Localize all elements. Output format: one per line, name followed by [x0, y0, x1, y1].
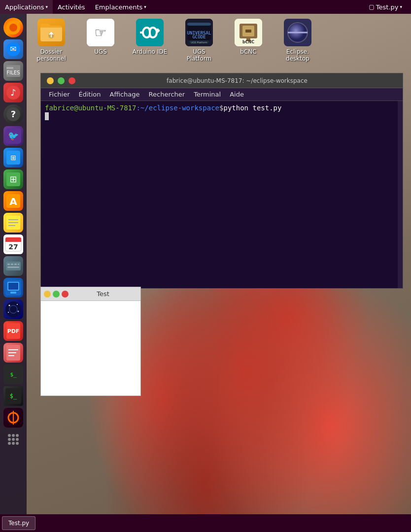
desktop-icon-eclipse[interactable]: Eclipse.desktop: [278, 19, 317, 63]
test-maximize-button[interactable]: [53, 291, 60, 298]
eclipse-icon: [284, 19, 311, 46]
terminal-prompt-symbol: $: [219, 104, 223, 112]
terminal-bottom-icon: $_: [4, 387, 22, 405]
svg-text:🐦: 🐦: [8, 131, 19, 141]
writer-icon: [4, 344, 22, 362]
svg-rect-27: [6, 262, 21, 270]
menu-activities[interactable]: Activités: [53, 0, 90, 14]
sidebar-icon-files[interactable]: FILES: [3, 61, 23, 81]
bcnc-label: bCNC: [240, 48, 256, 55]
svg-point-58: [12, 438, 15, 441]
top-panel-right: ▢ Test.py ▾: [364, 0, 411, 14]
svg-text:A: A: [9, 196, 17, 207]
svg-text:⊞: ⊞: [10, 154, 16, 162]
sidebar-icon-bottom[interactable]: [3, 408, 23, 428]
ugs-icon: ☞: [87, 19, 114, 46]
svg-text:$_: $_: [10, 393, 17, 399]
sidebar-icon-sticky-notes[interactable]: [3, 213, 23, 233]
bottom-app-icon: [4, 409, 22, 427]
ugs-icon-box: ☞: [87, 19, 114, 46]
terminal-scrollbar[interactable]: [398, 101, 403, 288]
files-icon: FILES: [4, 62, 22, 80]
sidebar-icon-thunderbird[interactable]: ✉: [3, 39, 23, 59]
terminal-menu-aide[interactable]: Aide: [226, 90, 248, 99]
taskbar-item-testpy[interactable]: Test.py: [2, 516, 35, 530]
folder-icon: [37, 19, 65, 46]
pdf-icon: PDF: [4, 322, 22, 340]
sidebar-icon-libreoffice-calc[interactable]: ⊞: [3, 169, 23, 189]
firefox-icon: [4, 19, 22, 36]
sidebar-icon-calendar[interactable]: 27: [3, 234, 23, 254]
folder-icon-box: [37, 19, 65, 46]
terminal-menu-affichage[interactable]: Affichage: [105, 90, 143, 99]
testpy-icon: ▢: [369, 3, 374, 10]
emplacements-arrow: ▾: [144, 4, 146, 9]
sidebar-icon-calculator[interactable]: ⊞: [3, 148, 23, 167]
desktop-icon-arduino[interactable]: Arduino IDE: [130, 19, 170, 63]
sidebar-icon-stellarium[interactable]: [3, 299, 23, 319]
sidebar: ✉ FILES ♪ ?: [0, 14, 27, 532]
sidebar-icon-terminal-bottom[interactable]: $_: [3, 386, 23, 406]
sidebar-icon-keyboard[interactable]: [3, 256, 23, 276]
svg-point-57: [8, 438, 11, 441]
desktop-icon-bcnc[interactable]: bCNC bCNC: [229, 19, 268, 63]
menu-testpy[interactable]: ▢ Test.py ▾: [364, 0, 407, 14]
sidebar-icon-writer[interactable]: [3, 343, 23, 363]
svg-text:⊞: ⊞: [9, 174, 17, 184]
svg-point-40: [17, 304, 18, 305]
svg-text:bCNC: bCNC: [242, 40, 254, 44]
svg-point-55: [12, 434, 15, 437]
test-window-body: [41, 301, 140, 396]
calendar-icon: 27: [4, 235, 22, 253]
terminal-command: python test.py: [223, 104, 281, 112]
svg-point-1: [9, 24, 17, 32]
terminal-menu-fichier[interactable]: Fichier: [45, 90, 74, 99]
sidebar-icon-rhythmbox[interactable]: ♪: [3, 83, 23, 102]
sidebar-icon-font-manager[interactable]: A: [3, 191, 23, 211]
svg-rect-81: [245, 30, 251, 33]
terminal-minimize-button[interactable]: [47, 77, 54, 84]
terminal-maximize-button[interactable]: [58, 77, 65, 84]
terminal-menu-terminal[interactable]: Terminal: [190, 90, 225, 99]
terminal-menu-rechercher[interactable]: Rechercher: [145, 90, 189, 99]
sidebar-icon-firefox[interactable]: [3, 18, 23, 37]
terminal-window: fabrice@ubuntu-MS-7817: ~/eclipse-worksp…: [40, 73, 403, 289]
desktop: Applications ▾ Activités Emplacements ▾ …: [0, 0, 411, 532]
sidebar-icon-virtualbox[interactable]: [3, 278, 23, 298]
desktop-icon-ugs[interactable]: ☞ UGS: [81, 19, 120, 63]
virtualbox-icon: [4, 279, 22, 297]
test-close-button[interactable]: [62, 291, 68, 298]
desktop-icons: Dossierpersonnel ☞ UGS: [32, 19, 317, 63]
sidebar-icon-help[interactable]: ?: [3, 104, 23, 124]
svg-rect-32: [7, 266, 19, 268]
svg-point-56: [16, 434, 19, 437]
bcnc-icon-box: bCNC: [235, 19, 262, 46]
terminal-close-button[interactable]: [68, 77, 75, 84]
svg-text:27: 27: [8, 243, 18, 251]
terminal-body[interactable]: fabrice@ubuntu-MS-7817 :~/eclipse-worksp…: [41, 101, 403, 288]
applications-arrow: ▾: [45, 4, 48, 9]
help-icon: ?: [4, 105, 22, 123]
test-minimize-button[interactable]: [44, 291, 51, 298]
thunderbird-icon: ✉: [4, 40, 22, 58]
terminal-cursor: [45, 112, 49, 120]
svg-rect-25: [5, 240, 21, 242]
svg-text:FILES: FILES: [7, 70, 20, 75]
sidebar-icon-show-apps[interactable]: [3, 430, 23, 449]
svg-point-59: [16, 438, 19, 441]
sticky-notes-icon: [4, 214, 22, 232]
ugs-platform-label: UGSPlatform: [187, 48, 212, 63]
sidebar-icon-shotwell[interactable]: 🐦: [3, 126, 23, 146]
taskbar: Test.py: [0, 514, 411, 532]
desktop-icon-dossier-personnel[interactable]: Dossierpersonnel: [32, 19, 71, 63]
menu-applications[interactable]: Applications ▾: [0, 0, 53, 14]
sidebar-icon-bash[interactable]: $_: [3, 365, 23, 384]
terminal-title: fabrice@ubuntu-MS-7817: ~/eclipse-worksp…: [75, 77, 399, 84]
arduino-label: Arduino IDE: [133, 48, 168, 55]
bash-text: $_: [10, 372, 16, 377]
sidebar-icon-pdf-editor[interactable]: PDF: [3, 321, 23, 341]
desktop-icon-ugs-platform[interactable]: UNIVERSAL GCODE UGS Platform UGSPlatform: [179, 19, 219, 63]
terminal-menu-edition[interactable]: Édition: [75, 90, 105, 99]
menu-emplacements[interactable]: Emplacements ▾: [90, 0, 151, 14]
svg-point-60: [8, 442, 11, 445]
